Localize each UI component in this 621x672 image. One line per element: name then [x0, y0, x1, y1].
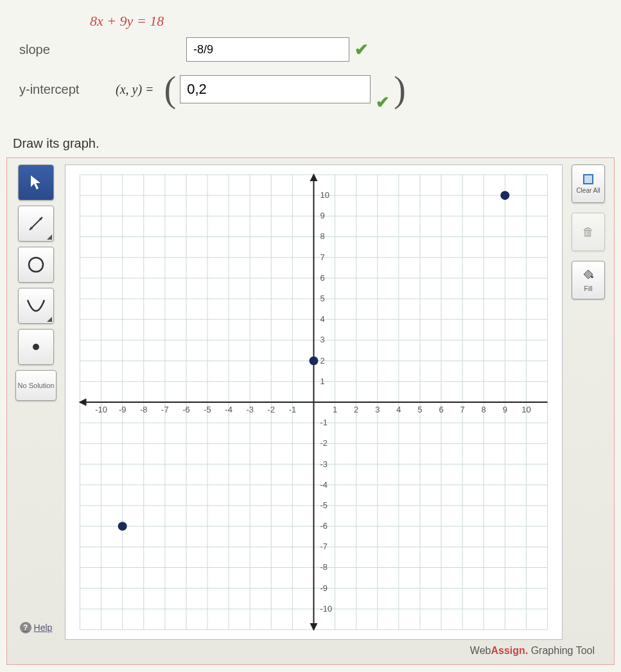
no-solution-button[interactable]: No Solution [15, 370, 57, 401]
parabola-tool-button[interactable] [18, 288, 54, 324]
svg-text:6: 6 [320, 273, 324, 283]
point-icon [30, 340, 42, 353]
svg-text:5: 5 [417, 405, 422, 414]
svg-text:-10: -10 [320, 604, 332, 614]
help-label: Help [34, 623, 53, 633]
graph-svg[interactable]: -10-9-8-7-6-5-4-3-2-112345678910-10-9-8-… [66, 165, 562, 639]
yintercept-row: y-intercept (x, y) = ( ✔ ) [19, 71, 602, 107]
yintercept-input[interactable] [180, 75, 371, 103]
svg-point-99 [591, 276, 593, 278]
parabola-icon [25, 296, 47, 315]
slope-row: slope ✔ [19, 37, 602, 62]
svg-point-4 [33, 344, 39, 350]
equation-text: 8x + 9y = 18 [90, 13, 602, 30]
svg-text:2: 2 [320, 356, 324, 366]
brand-web: Web [470, 645, 491, 656]
svg-text:1: 1 [333, 405, 337, 414]
svg-text:10: 10 [521, 405, 530, 414]
clear-icon [583, 174, 593, 184]
svg-text:-8: -8 [140, 405, 148, 414]
svg-text:-7: -7 [320, 542, 328, 551]
draw-instruction: Draw its graph. [13, 136, 615, 151]
svg-text:-2: -2 [268, 405, 276, 414]
svg-text:-1: -1 [320, 418, 328, 427]
brand-assign: Assign. [491, 645, 528, 656]
svg-text:-3: -3 [320, 459, 328, 469]
svg-text:8: 8 [320, 232, 324, 242]
fill-icon [582, 268, 595, 283]
svg-text:-8: -8 [320, 562, 328, 572]
svg-text:4: 4 [320, 314, 324, 324]
fill-button[interactable]: Fill [572, 261, 605, 299]
trash-icon: 🗑 [582, 225, 594, 239]
open-paren-icon: ( [161, 71, 180, 107]
circle-tool-button[interactable] [18, 247, 54, 283]
svg-text:-1: -1 [289, 405, 297, 414]
svg-text:-10: -10 [95, 405, 107, 414]
graphing-tool-panel: No Solution ? Help -10-9-8-7-6-5-4-3-2-1… [6, 157, 615, 665]
svg-text:-6: -6 [320, 521, 328, 531]
svg-text:10: 10 [320, 190, 329, 200]
svg-text:-3: -3 [246, 405, 254, 414]
point-tool-button[interactable] [18, 329, 54, 365]
xy-label: (x, y) = [116, 82, 154, 97]
yintercept-label: y-intercept [19, 82, 116, 97]
graph-canvas[interactable]: -10-9-8-7-6-5-4-3-2-112345678910-10-9-8-… [65, 164, 563, 640]
pointer-icon [30, 174, 42, 191]
svg-point-98 [118, 522, 127, 531]
svg-text:-7: -7 [161, 405, 169, 414]
svg-point-97 [500, 191, 509, 200]
circle-icon [26, 255, 46, 274]
delete-button[interactable]: 🗑 [572, 213, 605, 251]
svg-text:-6: -6 [182, 405, 190, 414]
brand-footer: WebAssign. Graphing Tool [13, 640, 608, 658]
svg-text:3: 3 [320, 335, 324, 344]
svg-text:-2: -2 [320, 438, 328, 448]
svg-text:5: 5 [320, 294, 324, 303]
slope-label: slope [19, 42, 116, 57]
check-icon: ✔ [376, 93, 390, 112]
svg-text:-9: -9 [320, 583, 328, 593]
svg-text:6: 6 [439, 405, 443, 414]
svg-text:-5: -5 [320, 500, 328, 510]
right-toolbar: Clear All 🗑 Fill [569, 164, 608, 640]
svg-text:4: 4 [396, 405, 401, 414]
close-paren-icon: ) [390, 71, 410, 107]
check-icon: ✔ [354, 40, 369, 60]
slope-input[interactable] [186, 37, 349, 62]
line-icon [26, 214, 46, 233]
pointer-tool-button[interactable] [18, 164, 54, 200]
svg-text:-5: -5 [204, 405, 211, 414]
svg-text:3: 3 [375, 405, 380, 414]
svg-point-96 [310, 357, 319, 366]
fill-label: Fill [584, 285, 593, 292]
clear-all-label: Clear All [576, 187, 600, 194]
svg-text:9: 9 [320, 211, 324, 220]
svg-text:7: 7 [320, 252, 324, 262]
svg-text:9: 9 [503, 405, 507, 414]
brand-suffix: Graphing Tool [528, 645, 595, 656]
svg-text:8: 8 [482, 405, 486, 414]
svg-text:-9: -9 [119, 405, 127, 414]
clear-all-button[interactable]: Clear All [572, 164, 605, 203]
help-icon: ? [20, 622, 31, 633]
line-tool-button[interactable] [18, 206, 54, 242]
svg-text:2: 2 [354, 405, 358, 414]
svg-text:-4: -4 [320, 480, 328, 490]
svg-point-3 [29, 258, 43, 272]
help-link[interactable]: ? Help [17, 615, 55, 640]
svg-text:-4: -4 [225, 405, 232, 414]
svg-text:7: 7 [460, 405, 465, 414]
svg-text:1: 1 [320, 376, 324, 386]
left-toolbar: No Solution ? Help [13, 164, 58, 640]
